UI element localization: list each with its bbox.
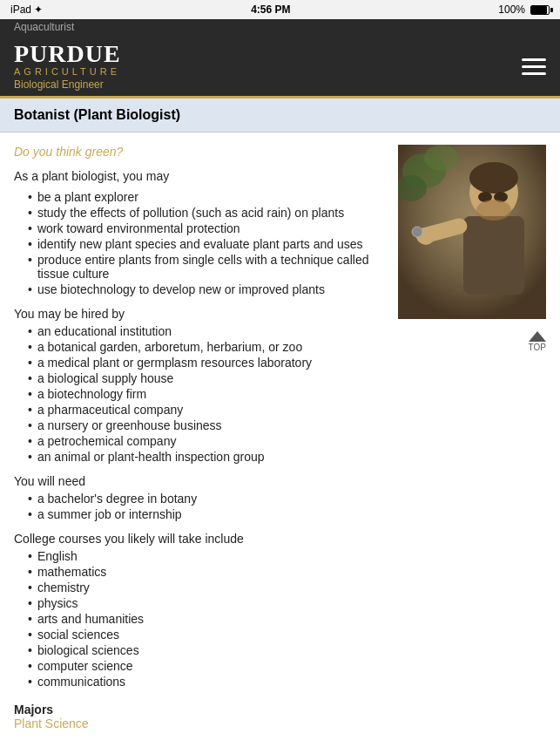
svg-point-13 [424,145,459,171]
top-chevron-icon [529,331,546,342]
svg-point-3 [469,162,518,194]
logo-sub: AGRICULTURE [14,66,121,77]
svg-rect-4 [463,216,524,295]
list-item: produce entire plants from single cells … [28,253,381,281]
botanist-svg [398,145,546,319]
hamburger-line-3 [522,72,546,75]
header-logo-area: PURDUE AGRICULTURE Biological Engineer [14,42,121,91]
list-item: a botanical garden, arboretum, herbarium… [28,340,381,354]
intro-bullets-list: be a plant explorer study the effects of… [28,190,381,296]
intro-para: As a plant biologist, you may [14,169,381,183]
list-item: a nursery or greenhouse business [28,418,381,432]
list-item: identify new plant species and evaluate … [28,237,381,251]
majors-link[interactable]: Plant Science [14,716,546,730]
hired-bullets-list: an educational institution a botanical g… [28,324,381,464]
need-bullets-list: a bachelor's degree in botany a summer j… [28,492,546,521]
list-item: a petrochemical company [28,434,381,448]
need-heading: You will need [14,474,546,488]
list-item: study the effects of pollution (such as … [28,206,381,220]
svg-point-7 [412,227,422,237]
ipad-label: iPad ✦ [10,3,43,16]
list-item: mathematics [28,565,546,579]
list-item: English [28,549,546,563]
status-left: iPad ✦ [10,3,43,16]
app-header: PURDUE AGRICULTURE Biological Engineer [0,35,560,96]
svg-point-10 [476,200,511,221]
top-button[interactable]: TOP [529,331,546,352]
courses-heading: College courses you likely will take inc… [14,532,546,546]
list-item: physics [28,596,546,610]
top-label: TOP [529,343,546,352]
list-item: a medical plant or germplasm resources l… [28,356,381,370]
list-item: computer science [28,659,546,673]
list-item: a bachelor's degree in botany [28,492,546,506]
list-item: a biotechnology firm [28,387,381,401]
scroll-label: Aquaculturist [0,19,560,35]
status-time: 4:56 PM [251,3,290,16]
section-title-bar: Botanist (Plant Biologist) [0,98,560,132]
logo-main: PURDUE [14,42,121,66]
status-bar: iPad ✦ 4:56 PM 100% [0,0,560,19]
list-item: arts and humanities [28,612,546,626]
status-right: 100% [498,3,550,16]
list-item: biological sciences [28,643,546,657]
hamburger-line-1 [522,58,546,61]
content-left: Do you think green? As a plant biologist… [14,145,381,464]
list-item: a pharmaceutical company [28,403,381,417]
hired-heading: You may be hired by [14,307,381,321]
list-item: chemistry [28,581,546,594]
list-item: a summer job or internship [28,507,546,521]
list-item: work toward environmental protection [28,221,381,235]
hamburger-menu[interactable] [522,58,546,75]
list-item: a biological supply house [28,371,381,385]
list-item: use biotechnology to develop new or impr… [28,282,381,296]
battery-icon [530,5,550,15]
botanist-image [398,145,546,319]
list-item: be a plant explorer [28,190,381,204]
majors-section: Majors Plant Science [14,703,546,730]
list-item: an educational institution [28,324,381,338]
majors-label: Majors [14,703,53,716]
tagline: Do you think green? [14,145,381,159]
header-subtitle: Biological Engineer [14,78,121,91]
courses-bullets-list: English mathematics chemistry physics ar… [28,549,546,689]
list-item: social sciences [28,628,546,642]
content-full: You will need a bachelor's degree in bot… [14,474,546,747]
list-item: an animal or plant-health inspection gro… [28,450,381,464]
main-content: TOP Do you think green? As a plant biolo… [0,132,560,747]
section-title: Botanist (Plant Biologist) [14,107,180,122]
battery-label: 100% [498,3,525,16]
image-placeholder [398,145,546,319]
hamburger-line-2 [522,65,546,68]
list-item: communications [28,675,546,689]
